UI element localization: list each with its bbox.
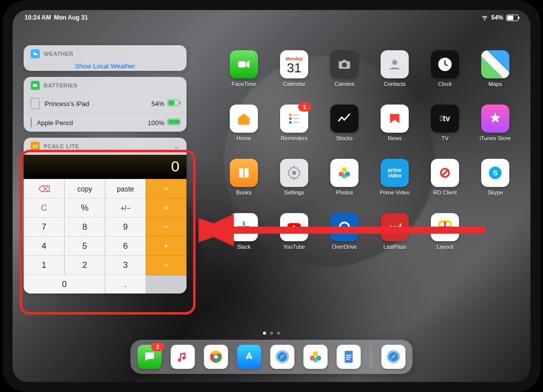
- dock-app-docs[interactable]: [337, 345, 361, 369]
- calc-key-C[interactable]: C: [24, 198, 64, 218]
- calc-key-⌫[interactable]: ⌫: [24, 179, 64, 199]
- app-icon[interactable]: [381, 50, 409, 78]
- calc-key-3[interactable]: 3: [105, 255, 146, 275]
- show-local-weather-link[interactable]: Show Local Weather: [24, 62, 187, 71]
- app-icon[interactable]: [381, 213, 409, 241]
- page-indicator[interactable]: [263, 332, 280, 335]
- app-lastpass[interactable]: LastPass: [370, 213, 420, 267]
- calc-key-copy[interactable]: copy: [64, 179, 105, 199]
- app-icon[interactable]: [381, 105, 409, 133]
- calc-key-6[interactable]: 6: [105, 236, 146, 256]
- svg-rect-7: [238, 61, 246, 68]
- svg-rect-2: [33, 84, 37, 87]
- app-label: iTunes Store: [480, 135, 511, 141]
- app-layout[interactable]: Layout: [420, 213, 470, 267]
- app-label: RD Client: [433, 189, 457, 195]
- app-maps[interactable]: Maps: [470, 50, 520, 105]
- calc-key-8[interactable]: 8: [64, 217, 105, 237]
- calc-key-%[interactable]: %: [64, 198, 105, 218]
- app-settings[interactable]: Settings: [269, 159, 319, 213]
- app-icon[interactable]: [481, 105, 509, 133]
- app-icon[interactable]: [330, 213, 358, 241]
- app-facetime[interactable]: FaceTime: [219, 50, 269, 105]
- calc-key-9[interactable]: 9: [105, 217, 146, 237]
- dock-app-app-store[interactable]: [237, 345, 261, 369]
- app-icon[interactable]: [481, 50, 509, 78]
- calc-key-7[interactable]: 7: [24, 217, 64, 237]
- weather-widget[interactable]: WEATHER Show Local Weather: [24, 45, 187, 71]
- app-icon[interactable]: [230, 213, 258, 241]
- batteries-widget-title: BATTERIES: [44, 82, 77, 88]
- app-icon[interactable]: [280, 159, 308, 187]
- dock-app-chrome[interactable]: [204, 345, 228, 369]
- app-label: Stocks: [336, 135, 352, 141]
- app-news[interactable]: News: [370, 105, 420, 159]
- weather-icon: [31, 49, 40, 58]
- calc-key-5[interactable]: 5: [64, 236, 105, 256]
- dock-app-music[interactable]: [171, 345, 195, 369]
- app-icon[interactable]: [330, 159, 358, 187]
- battery-row: Princess's iPad 54%: [24, 94, 187, 113]
- app-icon[interactable]: [230, 159, 258, 187]
- app-itunes-store[interactable]: iTunes Store: [470, 105, 520, 159]
- app-books[interactable]: Books: [219, 159, 269, 213]
- app-home[interactable]: Home: [219, 105, 269, 159]
- calc-key-×[interactable]: ×: [146, 198, 187, 218]
- app-contacts[interactable]: Contacts: [370, 50, 420, 105]
- calc-key-paste[interactable]: paste: [105, 179, 146, 199]
- app-skype[interactable]: SSkype: [470, 159, 520, 213]
- calc-key-0[interactable]: 0: [24, 274, 105, 293]
- app-icon[interactable]: [230, 105, 258, 133]
- app-icon[interactable]: Monday31: [280, 50, 308, 78]
- app-label: Maps: [489, 81, 502, 87]
- app-prime-video[interactable]: primevideoPrime Video: [370, 159, 420, 213]
- app-label: FaceTime: [232, 81, 256, 87]
- app-clock[interactable]: Clock: [420, 50, 470, 105]
- app-reminders[interactable]: 1Reminders: [269, 105, 319, 159]
- app-icon[interactable]: S: [481, 159, 509, 187]
- app-icon[interactable]: [431, 159, 459, 187]
- app-rd-client[interactable]: RD Client: [420, 159, 470, 213]
- app-slack[interactable]: Slack: [219, 213, 269, 267]
- app-stocks[interactable]: Stocks: [319, 105, 370, 159]
- battery-icon: [506, 15, 518, 21]
- pcalc-widget[interactable]: 42 PCALC LITE ⌄ 0 ⌫copypaste÷C%+/−×789−4…: [24, 138, 187, 293]
- page-dot[interactable]: [270, 332, 273, 335]
- app-overdrive[interactable]: OverDrive: [319, 213, 370, 267]
- calc-key-+[interactable]: +: [146, 236, 187, 256]
- app-tv[interactable]: tvTV: [420, 105, 470, 159]
- app-icon[interactable]: [280, 213, 308, 241]
- calc-key-4[interactable]: 4: [24, 236, 64, 256]
- calc-key-equals[interactable]: =: [146, 255, 187, 275]
- page-dot[interactable]: [263, 332, 266, 335]
- chevron-down-icon[interactable]: ⌄: [173, 143, 179, 150]
- app-icon[interactable]: [330, 105, 358, 133]
- calc-key-÷[interactable]: ÷: [146, 179, 187, 199]
- calc-key-decimal[interactable]: .: [105, 274, 146, 293]
- calc-key-2[interactable]: 2: [64, 255, 105, 275]
- app-icon[interactable]: tv: [431, 105, 459, 133]
- dock-app-safari[interactable]: [270, 345, 295, 369]
- app-icon[interactable]: [431, 50, 459, 78]
- app-calendar[interactable]: Monday31Calendar: [269, 50, 319, 105]
- dock-app-photos[interactable]: [304, 345, 328, 369]
- page-dot[interactable]: [277, 332, 280, 335]
- app-icon[interactable]: primevideo: [381, 159, 409, 187]
- svg-rect-34: [244, 226, 250, 229]
- app-camera[interactable]: Camera: [319, 50, 370, 105]
- calc-key-+/−[interactable]: +/−: [105, 198, 146, 218]
- app-icon[interactable]: [230, 50, 258, 78]
- app-photos[interactable]: Photos: [319, 159, 370, 213]
- app-youtube[interactable]: YouTube: [269, 213, 319, 267]
- app-icon[interactable]: [330, 50, 358, 78]
- calc-key-1[interactable]: 1: [24, 255, 64, 275]
- dock-app-messages[interactable]: 2: [138, 345, 162, 369]
- today-view-widgets[interactable]: WEATHER Show Local Weather BATTERIES Pri…: [24, 45, 187, 300]
- mini-battery-icon: [167, 119, 179, 125]
- dock-app-safari[interactable]: [382, 345, 406, 369]
- dock[interactable]: 2: [131, 340, 413, 374]
- batteries-widget[interactable]: BATTERIES Princess's iPad 54% Apple Penc…: [24, 77, 187, 132]
- svg-rect-58: [346, 355, 351, 356]
- app-icon[interactable]: [431, 213, 459, 241]
- calc-key-−[interactable]: −: [146, 217, 187, 237]
